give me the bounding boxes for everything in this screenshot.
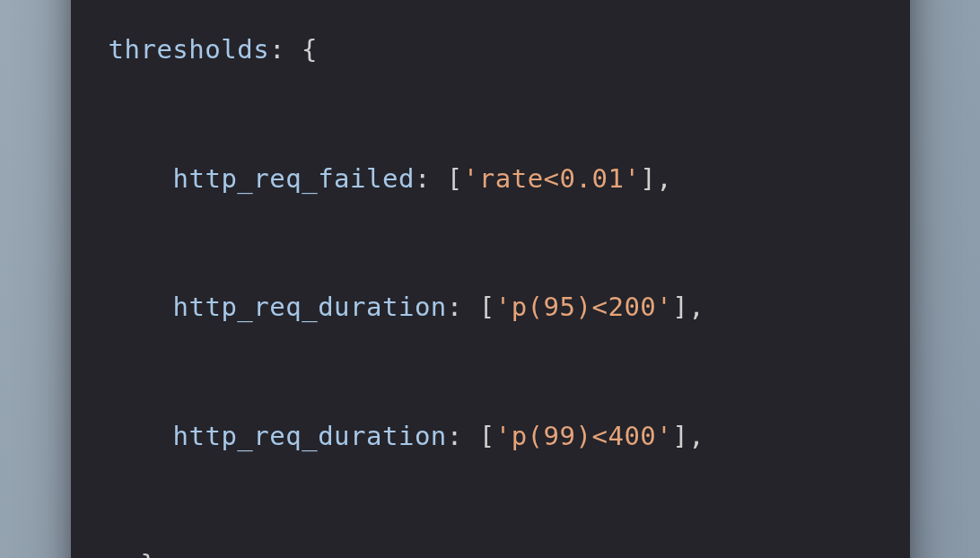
code-line-3: http_req_duration: ['p(95)<200'],: [109, 286, 872, 329]
token-punc: : [: [415, 163, 463, 194]
token-punc: },: [141, 549, 173, 558]
token-punc: ],: [640, 163, 672, 194]
token-punc: : {: [269, 34, 318, 65]
token-key: http_req_duration: [173, 292, 447, 322]
token-punc: : [: [447, 421, 495, 451]
code-window: thresholds: { http_req_failed: ['rate<0.…: [71, 0, 910, 558]
token-punc: ],: [672, 292, 704, 322]
token-key: http_req_duration: [173, 421, 447, 451]
code-block: thresholds: { http_req_failed: ['rate<0.…: [109, 0, 872, 558]
code-line-5: },: [109, 544, 872, 558]
token-string: 'p(99)<400': [495, 421, 673, 451]
token-punc: : [: [447, 292, 495, 322]
token-key: thresholds: [109, 34, 270, 65]
code-line-1: thresholds: {: [109, 29, 872, 72]
token-punc: ],: [672, 421, 704, 451]
token-string: 'p(95)<200': [495, 292, 673, 322]
token-string: 'rate<0.01': [463, 163, 641, 194]
code-line-4: http_req_duration: ['p(99)<400'],: [109, 415, 872, 458]
code-line-2: http_req_failed: ['rate<0.01'],: [109, 158, 872, 201]
token-key: http_req_failed: [173, 163, 415, 194]
